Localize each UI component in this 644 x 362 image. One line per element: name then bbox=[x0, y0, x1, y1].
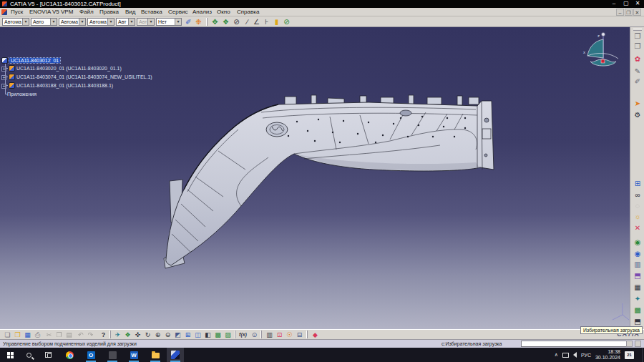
notification-badge[interactable]: 21 bbox=[625, 351, 634, 359]
tree-root-node[interactable]: UC1A11-8403012_01 bbox=[1, 57, 60, 64]
compass-tool-icon[interactable]: ❖ bbox=[221, 17, 230, 26]
load-mode-dropdown-5[interactable]: Авт▾ bbox=[116, 18, 135, 26]
load-mode-dropdown-4[interactable]: Автома▾ bbox=[87, 18, 114, 26]
menu-window[interactable]: Окно bbox=[215, 8, 233, 16]
rotate-button[interactable]: ↻ bbox=[143, 331, 152, 339]
model-3d-part[interactable] bbox=[154, 89, 512, 283]
menu-tools[interactable]: Сервис bbox=[166, 8, 190, 16]
link-button[interactable]: ⊡ bbox=[275, 331, 284, 339]
window-frame-icon[interactable]: ❐ bbox=[632, 41, 643, 52]
select-restrict-icon[interactable]: ⊘ bbox=[232, 17, 241, 26]
print-button[interactable]: ⎙ bbox=[33, 331, 42, 339]
dashed-measure-icon[interactable]: ∠ bbox=[252, 17, 261, 26]
menu-help[interactable]: Справка bbox=[235, 8, 261, 16]
move-tool-icon[interactable]: ✥ bbox=[210, 17, 220, 26]
menu-start[interactable]: Пуск bbox=[9, 8, 25, 16]
catia-taskbar-button[interactable] bbox=[167, 348, 184, 362]
expand-plus-icon[interactable]: + bbox=[1, 75, 6, 80]
chevron-down-icon[interactable]: ▾ bbox=[50, 19, 57, 25]
tree-node[interactable]: +UC1A11-8403020_01 (UC1A11-8403020_01.1) bbox=[1, 64, 122, 72]
menu-analyze[interactable]: Анализ bbox=[190, 8, 214, 16]
update-icon[interactable]: ✿ bbox=[632, 54, 643, 64]
fly-mode-button[interactable]: ✈ bbox=[113, 331, 122, 339]
menu-file[interactable]: Файл bbox=[77, 8, 96, 16]
mdi-close-button[interactable]: ✕ bbox=[633, 9, 641, 16]
pan-button[interactable]: ✜ bbox=[133, 331, 142, 339]
tree-node[interactable]: +UC1A11-8403188_01 (UC1A11-8403188.1) bbox=[1, 82, 113, 89]
chrome-taskbar-button[interactable] bbox=[61, 348, 78, 362]
lightbulb-icon[interactable]: ☼ bbox=[632, 212, 643, 222]
sketcher-alt-icon[interactable]: ✐ bbox=[632, 77, 643, 87]
menu-insert[interactable]: Вставка bbox=[139, 8, 165, 16]
zoom-out-button[interactable]: ⊖ bbox=[163, 331, 172, 339]
tree-node-label[interactable]: UC1A11-8403188_01 (UC1A11-8403188.1) bbox=[16, 83, 113, 88]
load-mode-dropdown-2[interactable]: Авто▾ bbox=[31, 18, 57, 26]
app-taskbar-button[interactable] bbox=[104, 348, 121, 362]
screen-icon[interactable]: ▥ bbox=[632, 260, 643, 270]
close-button[interactable]: ✕ bbox=[632, 0, 643, 8]
grid-icon[interactable]: ▦ bbox=[632, 283, 643, 293]
pin-icon[interactable]: ∕ bbox=[243, 17, 252, 26]
status-button-1[interactable] bbox=[626, 341, 633, 347]
swap-alt-icon[interactable]: ⬒ bbox=[632, 317, 643, 327]
menu-view[interactable]: Вид bbox=[123, 8, 137, 16]
outlook-taskbar-button[interactable]: O bbox=[82, 348, 99, 362]
viewport-3d[interactable]: UC1A11-8403012_01 +UC1A11-8403020_01 (UC… bbox=[0, 27, 630, 329]
minimize-button[interactable]: – bbox=[608, 0, 620, 8]
blue-sphere-icon[interactable]: ◉ bbox=[632, 249, 643, 259]
spray-icon[interactable]: ❉ bbox=[194, 17, 203, 26]
menu-edit[interactable]: Правка bbox=[97, 8, 121, 16]
expand-plus-icon[interactable]: + bbox=[1, 67, 6, 72]
window-frame-icon[interactable]: ❐ bbox=[632, 31, 643, 41]
display-icon[interactable] bbox=[562, 353, 569, 358]
context-help-button[interactable]: ? bbox=[99, 331, 108, 339]
word-taskbar-button[interactable]: W bbox=[125, 348, 142, 362]
pointer-icon[interactable]: ➤ bbox=[632, 99, 643, 109]
fit-all-button[interactable]: ❖ bbox=[123, 331, 132, 339]
globe-button[interactable]: ☉ bbox=[285, 331, 294, 339]
graph-tree-icon[interactable]: ⊞ bbox=[632, 179, 643, 189]
swap-visible-icon[interactable]: ⬒ bbox=[632, 271, 643, 281]
normal-view-button[interactable]: ◩ bbox=[173, 331, 182, 339]
histogram-icon[interactable]: ▮ bbox=[272, 17, 281, 26]
tree-node-label[interactable]: UC1A11-8403074_01 (UC1A11-8403074_NEW_US… bbox=[16, 74, 152, 79]
annotation-button[interactable]: ⊙ bbox=[250, 331, 259, 339]
render-style-button[interactable]: ▩ bbox=[213, 331, 223, 339]
language-indicator[interactable]: РУС bbox=[581, 353, 591, 358]
catalog-button[interactable]: ◆ bbox=[311, 331, 320, 339]
ruler-icon[interactable]: ⊦ bbox=[262, 17, 271, 26]
load-mode-dropdown-1[interactable]: Автома▾ bbox=[2, 18, 29, 26]
shading-button[interactable]: ◧ bbox=[203, 331, 213, 339]
paint-brush-icon[interactable]: ✐ bbox=[184, 17, 193, 26]
chevron-down-icon[interactable]: ▾ bbox=[22, 19, 29, 25]
stack-button[interactable]: ⊟ bbox=[295, 331, 304, 339]
chevron-down-icon[interactable]: ▾ bbox=[128, 19, 135, 25]
chevron-down-icon[interactable]: ▾ bbox=[107, 19, 114, 25]
speaker-icon[interactable] bbox=[573, 352, 577, 358]
view-compass[interactable]: z x bbox=[581, 29, 623, 72]
load-mode-dropdown-3[interactable]: Автома▾ bbox=[59, 18, 86, 26]
new-file-button[interactable]: ❏ bbox=[3, 331, 12, 339]
tree-node[interactable]: +UC1A11-8403074_01 (UC1A11-8403074_NEW_U… bbox=[1, 73, 152, 81]
tree-root-label[interactable]: UC1A11-8403012_01 bbox=[9, 58, 60, 63]
menu-enovia[interactable]: ENOVIA V5 VPM bbox=[27, 8, 75, 16]
maximize-button[interactable]: ▢ bbox=[620, 0, 632, 8]
tree-node-label[interactable]: Приложения bbox=[7, 92, 36, 97]
monitor-button[interactable]: ▥ bbox=[265, 331, 274, 339]
chevron-down-icon[interactable]: ▾ bbox=[175, 19, 181, 25]
iso-view-button[interactable]: ◫ bbox=[193, 331, 203, 339]
save-button[interactable]: ▦ bbox=[23, 331, 32, 339]
expand-plus-icon[interactable]: + bbox=[1, 84, 6, 89]
power-input-field[interactable] bbox=[521, 341, 628, 347]
status-button-2[interactable] bbox=[635, 341, 641, 347]
open-file-button[interactable]: ❒ bbox=[13, 331, 22, 339]
delete-icon[interactable]: ✕ bbox=[632, 223, 643, 233]
star-icon[interactable]: ✦ bbox=[632, 294, 643, 304]
sketcher-icon[interactable]: ✎ bbox=[632, 67, 643, 77]
green-sphere-icon[interactable]: ◉ bbox=[632, 238, 643, 248]
multi-view-button[interactable]: ⊞ bbox=[183, 331, 192, 339]
tray-chevron-icon[interactable]: ∧ bbox=[555, 352, 558, 358]
task-view-button[interactable] bbox=[39, 348, 57, 362]
search-button[interactable] bbox=[20, 348, 37, 362]
clock[interactable]: 18:38 30.10.2024 bbox=[595, 349, 620, 361]
